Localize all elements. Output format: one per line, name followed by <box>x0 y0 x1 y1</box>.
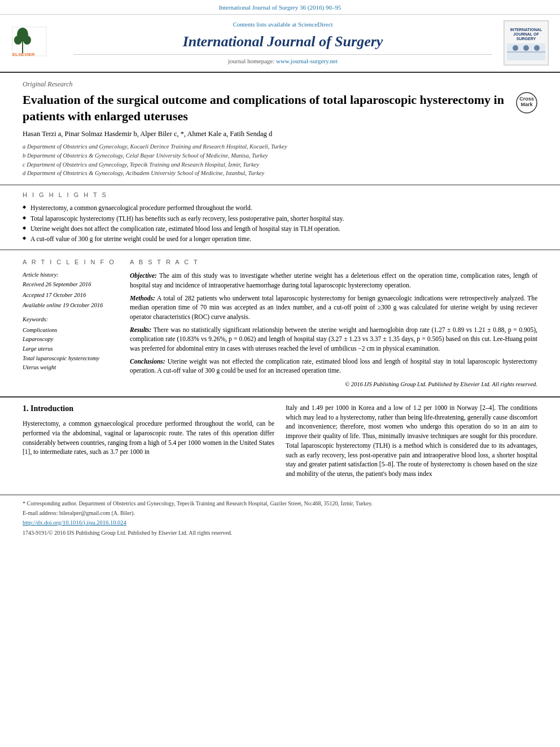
intro-right-text: Italy and 1.49 per 1000 in Korea and a l… <box>286 403 537 478</box>
objective-text: The aim of this study was to investigate… <box>130 272 537 289</box>
abstract-results: Results: There was no statistically sign… <box>130 325 537 353</box>
highlights-section: H I G H L I G H T S Hysterectomy, a comm… <box>0 185 560 250</box>
keyword-5: Uterus weight <box>23 364 119 372</box>
crossmark-logo: Cross Mark <box>516 92 537 116</box>
journal-cover-image: INTERNATIONAL JOURNAL OF SURGERY <box>504 20 549 65</box>
affiliation-c: c Department of Obstetrics and Gynecolog… <box>23 160 537 169</box>
svg-text:SURGERY: SURGERY <box>517 37 536 41</box>
svg-point-3 <box>14 36 22 45</box>
svg-text:JOURNAL OF: JOURNAL OF <box>513 32 539 36</box>
results-label: Results: <box>130 326 151 333</box>
history-label: Article history: <box>23 271 119 279</box>
intro-heading: 1. Introduction <box>23 403 274 414</box>
affiliation-a: a Department of Obstetrics and Gynecolog… <box>23 142 537 151</box>
footnote-section: * Corresponding author. Department of Ob… <box>0 495 560 542</box>
results-text: There was no statistically significant r… <box>130 326 537 352</box>
body-right-col: Italy and 1.49 per 1000 in Korea and a l… <box>286 403 537 483</box>
svg-text:Mark: Mark <box>520 102 533 107</box>
keyword-1: Complications <box>23 326 119 335</box>
objective-label: Objective: <box>130 272 157 279</box>
journal-homepage: journal homepage: www.journal-surgery.ne… <box>73 57 492 65</box>
conclusions-label: Conclusions: <box>130 358 165 365</box>
keyword-2: Laparoscopy <box>23 335 119 344</box>
body-left-col: 1. Introduction Hysterectomy, a common g… <box>23 403 274 483</box>
svg-point-12 <box>513 45 518 51</box>
article-info-label: A R T I C L E I N F O <box>23 258 119 267</box>
article-history: Article history: Received 26 September 2… <box>23 271 119 310</box>
highlight-1: Hysterectomy, a common gynaecological pr… <box>23 203 537 213</box>
article-type: Original Research <box>23 80 537 89</box>
article-title-area: Evaluation of the surgical outcome and c… <box>23 92 537 124</box>
svg-point-4 <box>23 36 31 45</box>
highlights-label: H I G H L I G H T S <box>23 191 537 199</box>
keywords-label: Keywords: <box>23 316 119 324</box>
journal-homepage-link[interactable]: www.journal-surgery.net <box>276 58 338 64</box>
doi-link[interactable]: http://dx.doi.org/10.1016/j.ijsu.2016.10… <box>23 519 537 527</box>
svg-text:Cross: Cross <box>519 96 534 102</box>
highlights-list: Hysterectomy, a common gynaecological pr… <box>23 203 537 243</box>
abstract-objective: Objective: The aim of this study was to … <box>130 271 537 290</box>
received-date: Received 26 September 2016 <box>23 281 119 289</box>
journal-name: International Journal of Surgery <box>73 32 492 52</box>
intro-heading-text: 1. Introduction <box>23 404 73 413</box>
article-info-col: A R T I C L E I N F O Article history: R… <box>23 258 119 388</box>
journal-title-area: Contents lists available at ScienceDirec… <box>73 20 492 65</box>
svg-text:INTERNATIONAL: INTERNATIONAL <box>510 28 542 32</box>
affiliations: a Department of Obstetrics and Gynecolog… <box>23 142 537 178</box>
methods-label: Methods: <box>130 295 155 302</box>
keywords-section: Keywords: Complications Laparoscopy Larg… <box>23 316 119 372</box>
science-direct-line: Contents lists available at ScienceDirec… <box>73 20 492 29</box>
science-direct-link[interactable]: ScienceDirect <box>298 21 333 28</box>
svg-point-13 <box>523 45 529 51</box>
keyword-3: Large uterus <box>23 345 119 353</box>
highlight-2: Total laparoscopic hysterectomy (TLH) ha… <box>23 213 537 224</box>
article-info-abstract: A R T I C L E I N F O Article history: R… <box>0 250 560 397</box>
affiliation-d: d Department of Obstetrics & Gynecology,… <box>23 169 537 178</box>
abstract-methods: Methods: A total of 282 patients who und… <box>130 294 537 322</box>
abstract-text: Objective: The aim of this study was to … <box>130 271 537 388</box>
accepted-date: Accepted 17 October 2016 <box>23 291 119 300</box>
available-date: Available online 19 October 2016 <box>23 302 119 310</box>
abstract-area: A B S T R A C T Objective: The aim of th… <box>130 258 537 388</box>
conclusions-text: Uterine weight was not effected the comp… <box>130 358 537 374</box>
intro-left-text: Hysterectomy, a common gynaecological pr… <box>23 419 274 457</box>
svg-point-14 <box>534 45 540 51</box>
abstract-copyright: © 2016 IJS Publishing Group Ltd. Publish… <box>130 380 537 388</box>
svg-text:ELSEVIER: ELSEVIER <box>12 52 35 57</box>
highlight-3: Uterine weight does not affect the compl… <box>23 224 537 234</box>
body-two-col: 1. Introduction Hysterectomy, a common g… <box>23 403 537 483</box>
body-section: 1. Introduction Hysterectomy, a common g… <box>0 397 560 488</box>
journal-header: ELSEVIER Contents lists available at Sci… <box>0 15 560 72</box>
elsevier-logo: ELSEVIER <box>11 26 62 60</box>
methods-text: A total of 282 patients who underwent to… <box>130 295 537 320</box>
keyword-4: Total laparoscopic hysterectomy <box>23 355 119 363</box>
article-title: Evaluation of the surgical outcome and c… <box>23 92 505 124</box>
abstract-conclusions: Conclusions: Uterine weight was not effe… <box>130 357 537 375</box>
corresponding-author: * Corresponding author. Department of Ob… <box>23 500 537 508</box>
issn-line: 1743-9191/© 2016 IJS Publishing Group Lt… <box>23 529 537 537</box>
email-address: E-mail address: bileralper@gmail.com (A.… <box>23 509 537 517</box>
article-section: Original Research Evaluation of the surg… <box>0 73 560 185</box>
highlight-4: A cut-off value of 300 g for uterine wei… <box>23 234 537 244</box>
abstract-label: A B S T R A C T <box>130 258 537 267</box>
journal-citation: International Journal of Surgery 36 (201… <box>0 0 560 15</box>
authors: Hasan Terzi a, Pinar Solmaz Hasdemir b, … <box>23 129 537 139</box>
affiliation-b: b Department of Obstetrics & Gynecology,… <box>23 151 537 160</box>
